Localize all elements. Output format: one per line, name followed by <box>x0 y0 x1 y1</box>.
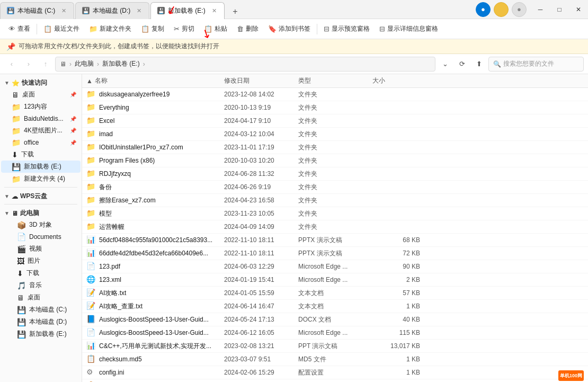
sidebar-thispc-item-7[interactable]: 💾 本地磁盘 (C:) <box>1 304 81 316</box>
file-row-14[interactable]: 🌐 123.xml 2024-01-19 15:41 Microsoft Edg… <box>82 273 588 287</box>
file-row-16[interactable]: 📝 AI攻略_查重.txt 2024-06-14 16:47 文本文档 1 KB <box>82 300 588 313</box>
new-tab-button[interactable]: + <box>228 4 243 19</box>
address-input[interactable]: 🖥 › 此电脑 › 新加载卷 (E:) › <box>55 57 435 72</box>
tab-drive-icon-tab-d: 💾 <box>82 7 90 14</box>
col-name-header[interactable]: ▲ 名称 <box>86 76 224 85</box>
title-btn-circle-blue[interactable]: ● <box>476 2 491 17</box>
tab-tab-c[interactable]: 💾 本地磁盘 (C:) ✕ <box>0 2 74 19</box>
pin-indicator-4: 📌 <box>70 140 76 146</box>
file-row-9[interactable]: 📁 模型 2023-11-23 10:05 文件夹 <box>82 207 588 220</box>
file-row-20[interactable]: 📋 checksum.md5 2023-03-07 9:51 MD5 文件 1 … <box>82 353 588 366</box>
file-row-6[interactable]: 📁 RDJjfzyxzq 2024-06-28 11:32 文件夹 <box>82 167 588 181</box>
thispc-header[interactable]: ▼ 🖥 此电脑 <box>0 207 82 219</box>
details-pane-button[interactable]: ⊟ 显示详细信息窗格 <box>375 22 442 35</box>
copy-button[interactable]: 📋 复制 <box>137 22 168 35</box>
address-expand-button[interactable]: ⬆ <box>471 57 486 72</box>
sidebar-quick-item-3[interactable]: 📁 4K壁纸图片... 📌 <box>1 125 81 137</box>
file-type-2: 文件夹 <box>298 117 372 126</box>
sidebar-thispc-item-6[interactable]: 🖥 桌面 <box>1 291 81 304</box>
sidebar-quick-item-6[interactable]: 💾 新加载卷 (E:) <box>1 161 81 173</box>
sidebar-thispc-icon-9: 💾 <box>17 330 26 339</box>
recent-files-button[interactable]: 📋 最近文件 <box>39 22 84 35</box>
expand-button[interactable]: ⌄ <box>438 57 452 72</box>
file-size-18: 115 KB <box>372 329 420 336</box>
file-row-13[interactable]: 📄 123.pdf 2024-06-03 12:29 Microsoft Edg… <box>82 260 588 273</box>
preview-pane-button[interactable]: ⊟ 显示预览窗格 <box>319 22 374 35</box>
up-button[interactable]: ↑ <box>38 57 53 72</box>
delete-button[interactable]: 🗑 删除 <box>233 22 263 35</box>
sidebar-thispc-item-3[interactable]: 🖼 图片 <box>1 255 81 267</box>
file-date-21: 2024-02-06 15:29 <box>224 369 298 376</box>
file-row-11[interactable]: 📊 56dcf04884c955fa901000c21c5a8393... 20… <box>82 234 588 247</box>
minimize-button[interactable]: ─ <box>531 0 550 19</box>
file-size-20: 1 KB <box>372 356 420 363</box>
refresh-button[interactable]: ⟳ <box>455 57 469 72</box>
cut-button[interactable]: ✂ 剪切 <box>170 22 199 35</box>
file-row-4[interactable]: 📁 IObitUninstaller1Pro_xz7.com 2023-11-0… <box>82 141 588 154</box>
file-size-16: 1 KB <box>372 303 420 310</box>
file-row-12[interactable]: 📊 66ddfe4d2fdbe45d32efca66b0409e6... 202… <box>82 247 588 260</box>
sidebar-thispc-item-5[interactable]: 🎵 音乐 <box>1 279 81 291</box>
file-row-18[interactable]: 📄 Auslogics-BoostSpeed-13-User-Guid... 2… <box>82 326 588 340</box>
paste-button[interactable]: 📋 粘贴 <box>200 22 231 35</box>
file-row-0[interactable]: 📁 diskusageanalyzerfree19 2023-12-08 14:… <box>82 88 588 101</box>
search-box[interactable]: 🔍 搜索您想要的文件 <box>488 57 584 72</box>
file-row-1[interactable]: 📁 Everything 2020-10-13 9:19 文件夹 <box>82 101 588 114</box>
tab-label-tab-c: 本地磁盘 (C:) <box>17 6 55 15</box>
new-folder-button[interactable]: 📁 新建文件夹 <box>85 22 136 35</box>
sidebar-thispc-item-8[interactable]: 💾 本地磁盘 (D:) <box>1 316 81 328</box>
close-button[interactable]: ✕ <box>569 0 588 19</box>
forward-button[interactable]: › <box>21 57 36 72</box>
sidebar-quick-item-7[interactable]: 📁 新建文件夹 (4) <box>1 173 81 185</box>
sidebar-thispc-item-2[interactable]: 🎬 视频 <box>1 243 81 255</box>
tab-tab-e[interactable]: 💾 新加载卷 (E:) ✕ <box>150 2 225 19</box>
tab-close-tab-e[interactable]: ✕ <box>211 6 218 15</box>
sidebar-thispc-item-1[interactable]: 📄 Documents <box>1 231 81 243</box>
pin-indicator-2: 📌 <box>70 116 76 122</box>
file-name-12: 66ddfe4d2fdbe45d32efca66b0409e6... <box>99 250 224 257</box>
file-row-17[interactable]: 📘 Auslogics-BoostSpeed-13-User-Guid... 2… <box>82 313 588 326</box>
file-row-3[interactable]: 📁 imad 2024-03-12 10:04 文件夹 <box>82 128 588 141</box>
file-name-13: 123.pdf <box>99 263 224 270</box>
wps-header[interactable]: ▼ ☁ WPS云盘 <box>0 190 82 202</box>
sidebar-thispc-item-0[interactable]: 📦 3D 对象 <box>1 219 81 231</box>
title-btn-circle-gray[interactable]: ● <box>512 2 527 17</box>
title-btn-circle-yellow[interactable] <box>494 2 509 17</box>
sidebar-thispc-label-8: 本地磁盘 (D:) <box>29 317 67 326</box>
sidebar-quick-item-5[interactable]: ⬇ 下载 <box>1 148 81 161</box>
col-type-header[interactable]: 类型 <box>298 76 372 85</box>
file-list-header: ▲ 名称 修改日期 类型 大小 <box>82 74 588 88</box>
file-row-15[interactable]: 📝 AI攻略.txt 2024-01-05 15:59 文本文档 57 KB <box>82 287 588 300</box>
maximize-button[interactable]: □ <box>550 0 569 19</box>
file-icon-18: 📄 <box>86 328 96 337</box>
file-row-2[interactable]: 📁 Excel 2024-04-17 9:10 文件夹 <box>82 114 588 128</box>
tab-close-tab-d[interactable]: ✕ <box>136 6 142 15</box>
file-row-22[interactable]: 📦 diskusageanalyzerfree19.rar 2023-10-16… <box>82 379 588 382</box>
sidebar-quick-icon-2: 📁 <box>12 114 21 123</box>
file-row-21[interactable]: ⚙ config.ini 2024-02-06 15:29 配置设置 1 KB <box>82 366 588 379</box>
file-row-8[interactable]: 📁 擦除Erase_xz7.com 2024-04-23 16:58 文件夹 <box>82 194 588 207</box>
file-name-7: 备份 <box>99 183 224 192</box>
sidebar-thispc-label-4: 下载 <box>26 269 39 278</box>
sidebar-thispc-item-9[interactable]: 💾 新加载卷 (E:) <box>1 328 81 340</box>
bookmark-button[interactable]: 🔖 添加到书签 <box>264 22 315 35</box>
tab-tab-d[interactable]: 💾 本地磁盘 (D:) ✕ <box>75 2 149 19</box>
file-row-5[interactable]: 📁 Program Files (x86) 2020-10-03 10:20 文… <box>82 154 588 167</box>
pin-indicator-0: 📌 <box>70 92 76 97</box>
col-size-header[interactable]: 大小 <box>372 76 420 85</box>
sidebar-quick-item-1[interactable]: 📁 123内容 <box>1 101 81 113</box>
col-date-header[interactable]: 修改日期 <box>224 76 298 85</box>
file-row-7[interactable]: 📁 备份 2024-06-26 9:19 文件夹 <box>82 181 588 194</box>
file-row-10[interactable]: 📁 运营帷幄 2024-04-09 14:09 文件夹 <box>82 220 588 234</box>
tab-close-tab-c[interactable]: ✕ <box>60 6 67 15</box>
sidebar-thispc-item-4[interactable]: ⬇ 下载 <box>1 267 81 279</box>
quickaccess-header[interactable]: ▼ ⭐ 快速访问 <box>0 76 82 88</box>
file-name-11: 56dcf04884c955fa901000c21c5a8393... <box>99 236 224 244</box>
sidebar-quick-item-4[interactable]: 📁 office 📌 <box>1 137 81 148</box>
back-button[interactable]: ‹ <box>4 57 19 72</box>
sidebar-quick-item-2[interactable]: 📁 BaiduNetdis... 📌 <box>1 113 81 125</box>
file-row-19[interactable]: 📊 C&C++,巧用单元测试新技术,实现开发... 2023-02-08 13:… <box>82 340 588 353</box>
sidebar-quick-item-0[interactable]: 🖥 桌面 📌 <box>1 88 81 101</box>
view-button[interactable]: 👁 查看 <box>4 22 34 35</box>
file-date-5: 2020-10-03 10:20 <box>224 157 298 164</box>
